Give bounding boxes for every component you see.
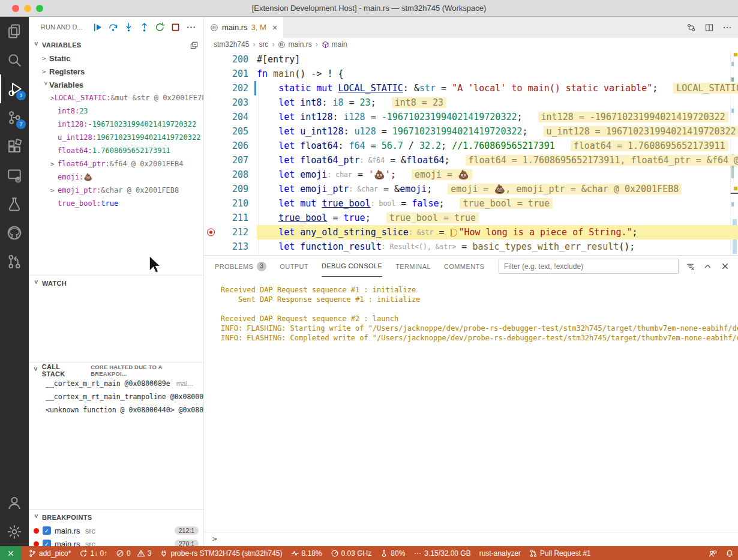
code-line-203[interactable]: 203 let int8: i8 = 23;int8 = 23: [204, 95, 738, 110]
gutter[interactable]: 210: [204, 196, 257, 211]
panel-tab-problems[interactable]: PROBLEMS3: [215, 256, 266, 277]
code-line-213[interactable]: 213 let function_result: Result<(), &str…: [204, 239, 738, 254]
code-line-211[interactable]: 211 true_bool = true;true_bool = true: [204, 211, 738, 225]
gutter[interactable]: 212: [204, 225, 257, 239]
code-line-209[interactable]: 209 let emoji_ptr: &char = &emoji;emoji …: [204, 182, 738, 196]
gutter[interactable]: 211: [204, 211, 257, 225]
lightbulb-icon[interactable]: [259, 228, 268, 236]
code-line-206[interactable]: 206 let float64: f64 = 56.7 / 32.2; //1.…: [204, 139, 738, 153]
breadcrumb-item-stm32h745[interactable]: stm32h745: [214, 40, 249, 49]
status-pull-request-1[interactable]: Pull Request #1: [525, 546, 595, 560]
gutter[interactable]: 201: [204, 67, 257, 81]
gutter[interactable]: 202: [204, 81, 257, 95]
watch-header[interactable]: >WATCH: [29, 275, 203, 290]
status-0[interactable]: 03: [112, 546, 155, 560]
restart-button[interactable]: [153, 20, 167, 34]
split-editor-icon[interactable]: [704, 23, 714, 32]
gutter[interactable]: 205: [204, 124, 257, 139]
step-over-button[interactable]: [106, 20, 121, 34]
code-line-207[interactable]: 207 let float64_ptr: &f64 = &float64;flo…: [204, 153, 738, 167]
step-into-button[interactable]: [122, 20, 136, 34]
console-filter-input[interactable]: [499, 259, 679, 274]
status-add-pico[interactable]: add_pico*: [24, 546, 75, 560]
variable-row[interactable]: true_bool: true: [29, 197, 203, 210]
code-line-210[interactable]: 210 let mut true_bool: bool = false;true…: [204, 196, 738, 211]
gutter[interactable]: 203: [204, 95, 257, 110]
activity-item-source-control[interactable]: 7: [0, 103, 29, 132]
variable-row[interactable]: int128: -196710231994021419720322: [29, 118, 203, 131]
status-3-15-32-00-gb[interactable]: 3.15/32.00 GB: [409, 546, 475, 560]
close-icon[interactable]: [721, 262, 730, 271]
more-icon[interactable]: [722, 23, 732, 32]
activity-item-run-and-debug[interactable]: 1: [0, 74, 29, 103]
stack-frame[interactable]: __cortex_m_rt_main_trampoline @0x0800081: [29, 390, 203, 403]
code-editor[interactable]: 200#[entry]201fn main() -> ! {202 static…: [204, 51, 738, 255]
variable-row[interactable]: >emoji_ptr: &char @ 0x2001FEB8: [29, 184, 203, 197]
breakpoints-header[interactable]: >BREAKPOINTS: [29, 510, 203, 524]
tab-main-rs[interactable]: main.rs 3, M ×: [204, 17, 283, 38]
activity-item-settings[interactable]: [0, 517, 29, 546]
status-8-18[interactable]: 8.18%: [287, 546, 326, 560]
status-bell[interactable]: [721, 546, 738, 560]
code-line-212[interactable]: 212 let any_old_string_slice: &str = "Ho…: [204, 225, 738, 239]
variables-group-variables[interactable]: >Variables: [29, 78, 203, 91]
breakpoint-row[interactable]: ✓main.rssrc270:1: [29, 537, 203, 546]
stop-button[interactable]: [169, 20, 183, 34]
variables-group-static[interactable]: >Static: [29, 52, 203, 65]
status-probe-rs-stm32h745-stm32h745[interactable]: probe-rs STM32H745 (stm32h745): [155, 546, 286, 560]
activity-item-explorer[interactable]: [0, 17, 29, 46]
gutter[interactable]: 206: [204, 139, 257, 153]
more-button[interactable]: [184, 20, 199, 34]
stack-frame[interactable]: <unknown function @ 0x08000440> @0x08000: [29, 403, 203, 417]
panel-tab-output[interactable]: OUTPUT: [280, 256, 308, 277]
panel-tab-terminal[interactable]: TERMINAL: [395, 256, 431, 277]
call-stack-header[interactable]: >CALL STACKCORE HALTED DUE TO A BREAKPOI…: [29, 363, 203, 377]
continue-button[interactable]: [91, 20, 105, 34]
gutter[interactable]: 207: [204, 153, 257, 167]
breadcrumb-item-main-rs[interactable]: main.rs: [278, 40, 311, 49]
variable-row[interactable]: >LOCAL_STATIC: &mut &str @ 0x2001FE78: [29, 91, 203, 104]
code-line-201[interactable]: 201fn main() -> ! {: [204, 67, 738, 81]
status-0-03-ghz[interactable]: 0.03 GHz: [326, 546, 376, 560]
activity-item-testing[interactable]: [0, 190, 29, 218]
gutter[interactable]: 204: [204, 110, 257, 124]
breakpoint-checkbox[interactable]: ✓: [43, 540, 51, 546]
panel-tab-comments[interactable]: COMMENTS: [444, 256, 484, 277]
code-line-205[interactable]: 205 let u_int128: u128 = 196710231994021…: [204, 124, 738, 139]
variable-row[interactable]: >float64_ptr: &f64 @ 0x2001FEB4: [29, 157, 203, 170]
gutter[interactable]: 208: [204, 167, 257, 182]
activity-item-github-pull-requests[interactable]: [0, 247, 29, 276]
code-line-202[interactable]: 202 static mut LOCAL_STATIC: &str = "A '…: [204, 81, 738, 95]
status-remote-indicator[interactable]: [0, 546, 22, 560]
status-rust-analyzer[interactable]: rust-analyzer: [475, 546, 525, 560]
code-line-204[interactable]: 204 let int128: i128 = -1967102319940214…: [204, 110, 738, 124]
activity-item-extensions[interactable]: [0, 132, 29, 161]
gutter[interactable]: 213: [204, 239, 257, 254]
activity-item-search[interactable]: [0, 46, 29, 74]
variables-group-registers[interactable]: >Registers: [29, 65, 203, 78]
status-1-0[interactable]: 1↓ 0↑: [75, 546, 112, 560]
panel-tab-debug-console[interactable]: DEBUG CONSOLE: [322, 256, 382, 277]
status-feedback[interactable]: [704, 546, 721, 560]
code-line-200[interactable]: 200#[entry]: [204, 52, 738, 67]
variable-row[interactable]: emoji: 💩: [29, 170, 203, 184]
gutter[interactable]: 200: [204, 52, 257, 67]
filter-icon[interactable]: [686, 262, 695, 271]
breakpoint-row[interactable]: ✓main.rssrc212:1: [29, 524, 203, 537]
activity-item-github[interactable]: [0, 218, 29, 247]
stack-frame[interactable]: __cortex_m_rt_main @0x0800089emai...: [29, 377, 203, 390]
status-80[interactable]: 80%: [376, 546, 409, 560]
minimize-window-button[interactable]: [24, 5, 31, 12]
variable-row[interactable]: int8: 23: [29, 104, 203, 118]
collapse-all-icon[interactable]: [190, 41, 199, 50]
open-changes-icon[interactable]: [686, 23, 696, 32]
breadcrumb-item-src[interactable]: src: [259, 40, 268, 49]
breadcrumb-item-main[interactable]: main: [322, 40, 347, 49]
variable-row[interactable]: float64: 1.7608695652173911: [29, 144, 203, 157]
chevron-up-icon[interactable]: [703, 262, 712, 271]
breakpoint-checkbox[interactable]: ✓: [43, 526, 51, 535]
activity-item-remote-explorer[interactable]: [0, 161, 29, 190]
code-line-208[interactable]: 208 let emoji: char = '💩';emoji = 💩: [204, 167, 738, 182]
debug-console-input[interactable]: >: [204, 532, 738, 545]
variable-row[interactable]: u_int128: 196710231994021419720322: [29, 131, 203, 144]
